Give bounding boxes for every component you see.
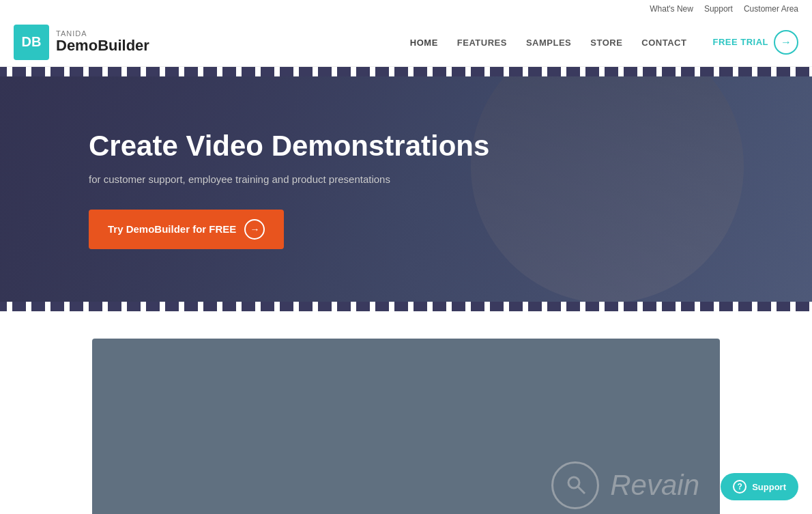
support-link[interactable]: Support <box>704 4 733 14</box>
watermark-text: Revain <box>610 469 699 502</box>
logo-name: DemoBuilder <box>56 38 149 54</box>
navbar: DB TANIDA DemoBuilder HOME FEATURES SAMP… <box>0 18 812 67</box>
watermark-icon <box>551 461 599 509</box>
nav-item-store[interactable]: STORE <box>590 36 622 48</box>
cta-label: Try DemoBuilder for FREE <box>108 223 236 235</box>
support-button[interactable]: ? Support <box>721 473 798 500</box>
hero-content: Create Video Demonstrations for customer… <box>0 129 489 248</box>
cta-arrow-icon: → <box>244 219 265 240</box>
nav-item-free-trial[interactable]: FREE TRIAL → <box>712 30 798 55</box>
nav-item-contact[interactable]: CONTACT <box>641 36 686 48</box>
support-label: Support <box>752 482 786 492</box>
logo-icon: DB <box>14 25 49 60</box>
nav-item-features[interactable]: FEATURES <box>457 36 507 48</box>
help-icon: ? <box>733 480 746 494</box>
video-watermark: Revain <box>551 461 699 509</box>
top-bar: What's New Support Customer Area <box>0 0 812 18</box>
video-container[interactable]: Revain <box>92 339 720 514</box>
video-section: Revain <box>0 311 812 514</box>
whats-new-link[interactable]: What's New <box>650 4 693 14</box>
film-strip-top <box>0 67 812 76</box>
customer-area-link[interactable]: Customer Area <box>744 4 798 14</box>
svg-line-1 <box>578 487 585 494</box>
logo-text: TANIDA DemoBuilder <box>56 29 149 54</box>
hero-subtitle: for customer support, employee training … <box>89 173 489 185</box>
nav-item-samples[interactable]: SAMPLES <box>526 36 571 48</box>
nav-links: HOME FEATURES SAMPLES STORE CONTACT FREE… <box>410 30 798 55</box>
hero-section: Create Video Demonstrations for customer… <box>0 76 812 302</box>
svg-point-0 <box>568 477 579 488</box>
nav-item-home[interactable]: HOME <box>410 36 438 48</box>
free-trial-arrow-icon: → <box>774 30 798 55</box>
cta-button[interactable]: Try DemoBuilder for FREE → <box>89 210 284 249</box>
hero-title: Create Video Demonstrations <box>89 129 489 163</box>
film-strip-bottom <box>0 302 812 311</box>
logo[interactable]: DB TANIDA DemoBuilder <box>14 25 149 60</box>
